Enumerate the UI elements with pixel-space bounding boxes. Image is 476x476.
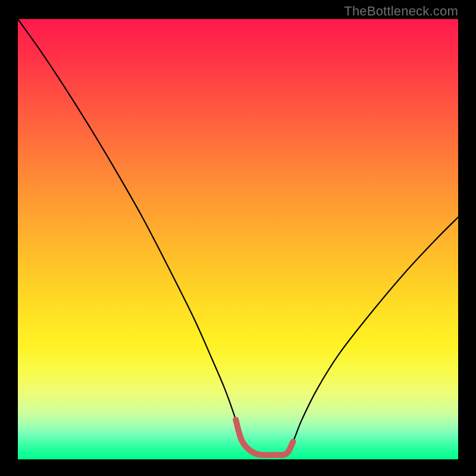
watermark-text: TheBottleneck.com (344, 4, 458, 19)
bottleneck-curve (18, 19, 458, 455)
chart-svg (18, 19, 458, 459)
chart-frame: TheBottleneck.com (0, 0, 476, 476)
plot-area (18, 19, 458, 459)
bottom-highlight-segment (236, 419, 293, 455)
